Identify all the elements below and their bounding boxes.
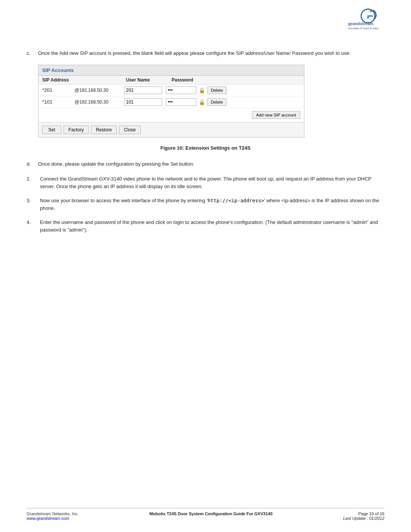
- sip-addr-part1-row1: *201: [42, 87, 75, 93]
- list-marker-d: d.: [27, 160, 38, 168]
- svg-text:grandstream: grandstream: [348, 21, 374, 26]
- footer-left: Grandstream Networks, Inc. www.grandstre…: [27, 511, 79, 521]
- svg-text:Innovative IP Voice & Video: Innovative IP Voice & Video: [348, 27, 379, 30]
- footer-company: Grandstream Networks, Inc.: [27, 511, 79, 516]
- footer-doc-title: Mobotix T24S Door System Configuration G…: [79, 511, 343, 516]
- sip-header: SIP Accounts: [38, 65, 304, 76]
- page-wrapper: grandstream Innovative IP Voice & Video …: [0, 0, 411, 532]
- add-new-sip-account-button[interactable]: Add new SIP account: [252, 111, 300, 119]
- numbered-item-2: 2. Connect the GrandStream GXV-3140 vide…: [27, 175, 384, 190]
- list-text-d: Once done, please update the configurati…: [38, 160, 384, 168]
- footer-website-link[interactable]: www.grandstream.com: [27, 516, 69, 521]
- col-header-user-name: User Name: [126, 77, 172, 83]
- num-marker-3: 3.: [27, 197, 40, 212]
- num-text-4: Enter the username and password of the p…: [40, 219, 384, 233]
- sip-add-row: Add new SIP account: [38, 108, 304, 122]
- numbered-item-3: 3. Now use your browser to access the we…: [27, 197, 384, 212]
- close-button[interactable]: Close: [119, 126, 141, 134]
- sip-addr-part2-row2: @192.168.50.30: [75, 99, 124, 105]
- list-marker-c: c.: [27, 50, 38, 57]
- num-marker-4: 4.: [27, 219, 40, 233]
- sip-addr-part2-row1: @192.168.50.30: [75, 88, 124, 93]
- sip-panel-title: SIP Accounts: [42, 67, 74, 73]
- set-button[interactable]: Set: [42, 126, 61, 134]
- num-text-2: Connect the GrandStream GXV-3140 video p…: [40, 175, 384, 190]
- sip-password-input-row1[interactable]: [166, 86, 196, 94]
- sip-row-1: *201 @192.168.50.30 🔒 Delete: [38, 85, 304, 96]
- sip-row-2: *101 @192.168.50.30 🔒 Delete: [38, 96, 304, 108]
- logo-area: grandstream Innovative IP Voice & Video: [342, 8, 392, 32]
- list-item-c: c. Once the Add new SIP account is press…: [27, 50, 384, 57]
- sip-panel: SIP Accounts SIP Address User Name Passw…: [38, 65, 304, 137]
- list-text-c: Once the Add new SIP account is pressed,…: [38, 50, 384, 57]
- sip-username-input-row1[interactable]: [124, 86, 162, 94]
- lock-icon-row1: 🔒: [199, 87, 205, 93]
- num-marker-2: 2.: [27, 175, 40, 190]
- content-area: c. Once the Add new SIP account is press…: [27, 50, 384, 233]
- numbered-item-4: 4. Enter the username and password of th…: [27, 219, 384, 233]
- list-item-d: d. Once done, please update the configur…: [27, 160, 384, 168]
- factory-button[interactable]: Factory: [64, 126, 89, 134]
- footer-page-info: Page 10 of 16: [343, 511, 384, 516]
- delete-button-row1[interactable]: Delete: [207, 86, 226, 94]
- delete-button-row2[interactable]: Delete: [207, 98, 226, 106]
- sip-footer: Set Factory Restore Close: [38, 122, 304, 137]
- footer-right: Page 10 of 16 Last Update : 01/2012: [343, 511, 384, 521]
- col-header-password: Password: [172, 77, 221, 83]
- restore-button[interactable]: Restore: [91, 126, 117, 134]
- col-header-sip-address: SIP Address: [42, 77, 126, 83]
- sip-password-input-row2[interactable]: [166, 98, 196, 106]
- lock-icon-row2: 🔒: [199, 99, 205, 105]
- numbered-section: 2. Connect the GrandStream GXV-3140 vide…: [27, 175, 384, 233]
- footer-last-update: Last Update : 01/2012: [343, 516, 384, 521]
- page-footer: Grandstream Networks, Inc. www.grandstre…: [27, 508, 384, 521]
- num-text-3: Now use your browser to access the web i…: [40, 197, 384, 212]
- sip-addr-part1-row2: *101: [42, 99, 75, 105]
- sip-username-input-row2[interactable]: [124, 98, 162, 106]
- grandstream-logo: grandstream Innovative IP Voice & Video: [344, 8, 390, 30]
- sip-column-headers: SIP Address User Name Password: [38, 76, 304, 85]
- url-text: http://<ip-address>: [207, 198, 264, 203]
- figure-caption: Figure 10: Extension Settings on T24S: [27, 145, 384, 151]
